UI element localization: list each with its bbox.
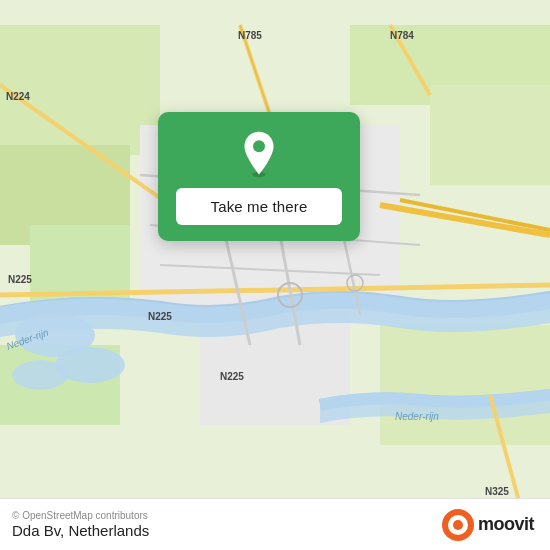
svg-point-39 [253, 140, 265, 152]
map-background: N224 N225 N225 N225 N785 N784 Neder‑rijn… [0, 0, 550, 550]
moovit-icon [442, 509, 474, 541]
moovit-text: moovit [478, 514, 534, 535]
svg-text:N785: N785 [238, 30, 262, 41]
svg-text:N225: N225 [148, 311, 172, 322]
svg-text:N224: N224 [6, 91, 30, 102]
svg-text:N784: N784 [390, 30, 414, 41]
svg-point-42 [453, 520, 463, 530]
svg-text:N325: N325 [485, 486, 509, 497]
copyright-text: © OpenStreetMap contributors [12, 510, 149, 521]
popup-card: Take me there [158, 112, 360, 241]
svg-rect-5 [430, 85, 550, 185]
location-pin-icon [235, 130, 283, 178]
svg-rect-6 [380, 325, 550, 445]
svg-text:N225: N225 [8, 274, 32, 285]
take-me-there-button[interactable]: Take me there [176, 188, 342, 225]
svg-point-12 [12, 360, 68, 390]
location-name: Dda Bv, Netherlands [12, 522, 149, 539]
svg-rect-1 [0, 25, 160, 155]
bottom-bar: © OpenStreetMap contributors Dda Bv, Net… [0, 498, 550, 550]
svg-text:N225: N225 [220, 371, 244, 382]
svg-text:Neder‑rijn: Neder‑rijn [395, 411, 439, 422]
moovit-logo: moovit [442, 509, 534, 541]
bottom-left: © OpenStreetMap contributors Dda Bv, Net… [12, 510, 149, 539]
map-container: N224 N225 N225 N225 N785 N784 Neder‑rijn… [0, 0, 550, 550]
